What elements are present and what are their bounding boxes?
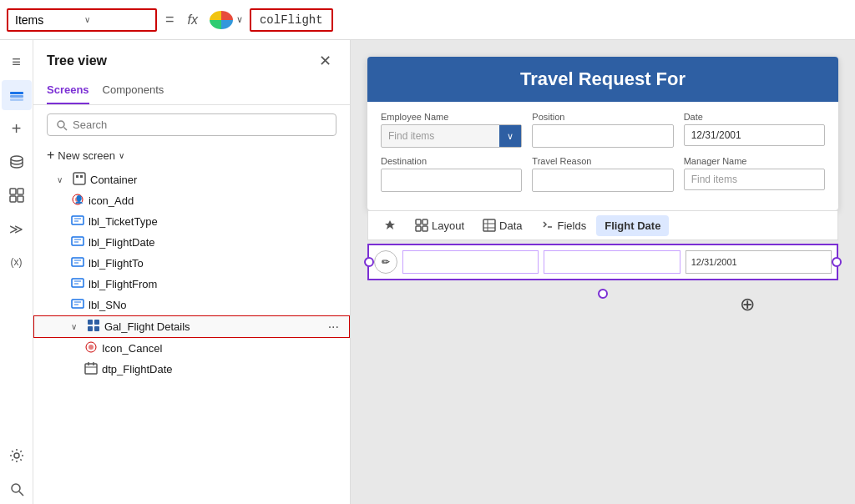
search-bottom-button[interactable] bbox=[2, 474, 32, 504]
tree-item-lbl-tickettype[interactable]: lbl_TicketType bbox=[33, 211, 350, 232]
components-button[interactable] bbox=[2, 180, 32, 210]
tree-item-icon-add[interactable]: 👤 icon_Add bbox=[33, 190, 350, 211]
items-dropdown[interactable]: Items ∨ bbox=[7, 8, 157, 32]
variables-button[interactable]: ≫ bbox=[2, 214, 32, 244]
svg-rect-0 bbox=[10, 92, 23, 94]
svg-point-39 bbox=[89, 345, 94, 350]
svg-rect-14 bbox=[76, 175, 78, 178]
add-button[interactable]: + bbox=[2, 113, 32, 144]
manager-name-label: Manager Name bbox=[684, 156, 825, 166]
date-input[interactable]: 12/31/2001 bbox=[684, 124, 825, 146]
tree-content: ∨ Container 👤 icon_Add lbl_TicketType bbox=[33, 169, 350, 504]
manager-name-field: Manager Name Find items bbox=[684, 156, 825, 192]
employee-name-label: Employee Name bbox=[381, 112, 522, 122]
svg-text:👤: 👤 bbox=[74, 194, 84, 204]
svg-rect-47 bbox=[422, 226, 428, 231]
tab-components[interactable]: Components bbox=[103, 78, 164, 104]
travel-reason-label: Travel Reason bbox=[532, 156, 673, 166]
position-input[interactable] bbox=[532, 124, 673, 148]
tree-item-lbl-flightdate[interactable]: lbl_FlightDate bbox=[33, 232, 350, 253]
svg-rect-35 bbox=[94, 320, 99, 325]
move-cursor-icon: ⊕ bbox=[740, 294, 755, 315]
dropdown-chevron-icon: ∨ bbox=[84, 15, 149, 24]
resize-handle-right[interactable] bbox=[832, 257, 842, 267]
container-icon bbox=[72, 172, 87, 188]
manager-name-input[interactable]: Find items bbox=[684, 169, 825, 190]
fx-button[interactable]: fx bbox=[183, 11, 203, 29]
tree-item-container[interactable]: ∨ Container bbox=[33, 169, 350, 190]
gallery-chevron-icon: ∨ bbox=[71, 322, 83, 331]
form-title: Travel Request For bbox=[520, 68, 686, 89]
employee-name-input[interactable]: Find items ∨ bbox=[381, 124, 522, 148]
items-label: Items bbox=[15, 13, 79, 27]
gallery-selected-row[interactable]: ✏ 12/31/2001 bbox=[367, 244, 838, 280]
close-tree-button[interactable]: ✕ bbox=[314, 50, 336, 72]
chevron-down-icon: ∨ bbox=[57, 175, 68, 184]
svg-rect-40 bbox=[85, 364, 97, 374]
tree-item-lbl-flightfrom[interactable]: lbl_FlightFrom bbox=[33, 274, 350, 295]
resize-handle-left[interactable] bbox=[364, 257, 374, 267]
resize-handle-bottom[interactable] bbox=[598, 289, 608, 299]
toolbar-layout-text-btn[interactable]: Layout bbox=[407, 214, 473, 236]
powerfx-icon-group[interactable]: ∨ bbox=[210, 11, 243, 29]
tree-item-lbl-flightto[interactable]: lbl_FlightTo bbox=[33, 253, 350, 274]
icon-add-label: icon_Add bbox=[89, 194, 343, 207]
tree-item-gal-flight-details[interactable]: ∨ Gal_Flight Details ··· bbox=[33, 315, 350, 338]
destination-label: Destination bbox=[381, 156, 522, 166]
date-field: Date 12/31/2001 bbox=[684, 112, 825, 148]
gallery-date-cell: 12/31/2001 bbox=[686, 250, 832, 274]
new-screen-plus-icon: + bbox=[47, 148, 54, 163]
equals-sign: = bbox=[165, 11, 175, 28]
position-label: Position bbox=[532, 112, 673, 122]
gallery-cell-1 bbox=[402, 250, 539, 274]
layout-label: Layout bbox=[432, 219, 464, 232]
powerfx-icon bbox=[210, 11, 233, 29]
label3-icon bbox=[70, 255, 85, 271]
layers-button[interactable] bbox=[2, 80, 32, 110]
gallery-edit-icon[interactable]: ✏ bbox=[374, 250, 397, 274]
toolbar-layout-btn[interactable] bbox=[375, 214, 405, 236]
svg-rect-6 bbox=[10, 196, 16, 202]
formula-value[interactable]: colFlight bbox=[250, 8, 333, 32]
powerfx-chevron-icon: ∨ bbox=[236, 14, 243, 25]
more-options-icon[interactable]: ··· bbox=[325, 320, 342, 335]
toolbar-fields-btn[interactable]: Fields bbox=[533, 214, 595, 236]
search-input[interactable] bbox=[73, 118, 327, 131]
tree-item-dtp-flightdate[interactable]: dtp_FlightDate bbox=[33, 359, 350, 380]
gallery-icon bbox=[86, 319, 101, 335]
tree-item-icon-cancel[interactable]: Icon_Cancel bbox=[33, 338, 350, 359]
toolbar-flight-date-btn[interactable]: Flight Date bbox=[596, 215, 669, 236]
employee-dropdown-arrow[interactable]: ∨ bbox=[499, 125, 521, 147]
svg-rect-19 bbox=[72, 216, 83, 224]
canvas-content[interactable]: Travel Request For Employee Name Find it… bbox=[351, 40, 855, 504]
canvas-area: Travel Request For Employee Name Find it… bbox=[351, 40, 855, 504]
tab-screens[interactable]: Screens bbox=[47, 78, 89, 104]
main-layout: ≡ + ≫ (x) Tree view ✕ Screens Components bbox=[0, 40, 855, 504]
gallery-container: ✏ 12/31/2001 ⊕ bbox=[367, 244, 838, 294]
lbl-flightto-label: lbl_FlightTo bbox=[89, 257, 343, 270]
svg-point-8 bbox=[14, 453, 19, 458]
svg-rect-13 bbox=[73, 173, 85, 184]
database-button[interactable] bbox=[2, 147, 32, 177]
lbl-tickettype-label: lbl_TicketType bbox=[89, 215, 343, 228]
new-screen-button[interactable]: + New screen ∨ bbox=[33, 144, 350, 169]
container-label: Container bbox=[90, 174, 343, 186]
hamburger-menu-button[interactable]: ≡ bbox=[2, 47, 32, 77]
tree-item-lbl-sno[interactable]: lbl_SNo bbox=[33, 295, 350, 315]
travel-reason-input[interactable] bbox=[532, 169, 673, 192]
lbl-flightdate-label: lbl_FlightDate bbox=[89, 236, 343, 249]
fields-icon bbox=[541, 219, 554, 232]
search-box bbox=[47, 113, 336, 136]
svg-rect-36 bbox=[88, 326, 93, 331]
tools-button[interactable] bbox=[2, 441, 32, 471]
expression-button[interactable]: (x) bbox=[2, 247, 32, 277]
sidebar-icons: ≡ + ≫ (x) bbox=[0, 40, 33, 504]
toolbar-data-btn[interactable]: Data bbox=[474, 214, 530, 236]
employee-name-value: Find items bbox=[388, 130, 434, 142]
svg-rect-4 bbox=[10, 189, 16, 194]
svg-rect-44 bbox=[416, 219, 421, 224]
destination-input[interactable] bbox=[381, 169, 522, 192]
position-field: Position bbox=[532, 112, 673, 148]
svg-point-11 bbox=[58, 121, 64, 128]
svg-point-9 bbox=[12, 484, 20, 492]
